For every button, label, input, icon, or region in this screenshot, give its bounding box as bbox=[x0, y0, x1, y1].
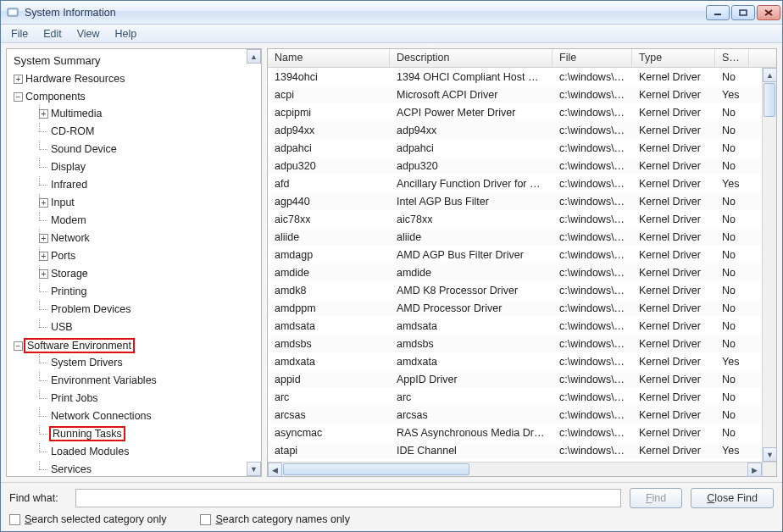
minimize-button[interactable] bbox=[706, 5, 730, 20]
cell-file: c:\windows\s... bbox=[553, 302, 632, 314]
menu-help[interactable]: Help bbox=[108, 26, 144, 42]
tree-sound-device[interactable]: Sound Device bbox=[39, 141, 259, 158]
tree-loaded-modules[interactable]: Loaded Modules bbox=[39, 443, 259, 461]
expand-icon[interactable] bbox=[39, 234, 48, 243]
table-row[interactable]: amdsbsamdsbsc:\windows\s...Kernel Driver… bbox=[268, 335, 776, 352]
cell-desc: AMD K8 Processor Driver bbox=[390, 285, 553, 296]
list-vertical-scrollbar[interactable]: ▲ ▼ bbox=[762, 68, 776, 462]
scroll-down-icon[interactable]: ▼ bbox=[763, 447, 777, 462]
column-type[interactable]: Type bbox=[632, 49, 715, 67]
tree-components[interactable]: Components Multimedia CD-ROM Sound Devic… bbox=[14, 88, 259, 337]
close-find-button[interactable]: Close Find bbox=[691, 488, 774, 508]
cell-file: c:\windows\s... bbox=[553, 338, 632, 350]
table-row[interactable]: asyncmacRAS Asynchronous Media Driverc:\… bbox=[268, 424, 776, 441]
tree-input[interactable]: Input bbox=[39, 194, 259, 212]
tree-services[interactable]: Services bbox=[39, 461, 259, 476]
tree-printing[interactable]: Printing bbox=[39, 283, 259, 301]
menu-file[interactable]: File bbox=[4, 26, 35, 42]
table-row[interactable]: amdppmAMD Processor Driverc:\windows\s..… bbox=[268, 299, 776, 317]
tree-multimedia[interactable]: Multimedia bbox=[39, 105, 259, 123]
scroll-right-icon[interactable]: ▶ bbox=[747, 463, 762, 477]
find-input[interactable] bbox=[75, 489, 621, 507]
scroll-left-icon[interactable]: ◀ bbox=[268, 463, 282, 477]
table-row[interactable]: 1394ohci1394 OHCI Compliant Host Co...c:… bbox=[268, 68, 776, 86]
tree-hardware-resources[interactable]: Hardware Resources bbox=[14, 70, 259, 88]
cell-start: No bbox=[715, 142, 749, 154]
tree-running-tasks[interactable]: Running Tasks bbox=[39, 425, 259, 443]
cell-desc: AMD Processor Driver bbox=[390, 302, 553, 314]
cell-type: Kernel Driver bbox=[632, 89, 715, 101]
table-row[interactable]: amdxataamdxatac:\windows\s...Kernel Driv… bbox=[268, 352, 776, 370]
title-bar[interactable]: System Information bbox=[1, 1, 782, 25]
tree-usb[interactable]: USB bbox=[39, 319, 259, 336]
table-row[interactable]: amdideamdidec:\windows\s...Kernel Driver… bbox=[268, 263, 776, 281]
menu-edit[interactable]: Edit bbox=[36, 26, 69, 42]
cell-desc: amdide bbox=[390, 267, 553, 279]
tree-software-environment[interactable]: Software Environment System Drivers Envi… bbox=[14, 337, 259, 476]
tree-modem[interactable]: Modem bbox=[39, 212, 259, 230]
column-name[interactable]: Name bbox=[268, 49, 390, 67]
table-row[interactable]: acpipmiACPI Power Meter Driverc:\windows… bbox=[268, 103, 776, 121]
maximize-button[interactable] bbox=[731, 5, 755, 20]
close-button[interactable] bbox=[757, 5, 780, 20]
table-row[interactable]: arcsasarcsasc:\windows\s...Kernel Driver… bbox=[268, 406, 776, 424]
list-header: Name Description File Type Start bbox=[268, 49, 776, 68]
cell-desc: amdsata bbox=[390, 320, 553, 332]
table-row[interactable]: acpiMicrosoft ACPI Driverc:\windows\s...… bbox=[268, 86, 776, 103]
table-row[interactable]: amdsataamdsatac:\windows\s...Kernel Driv… bbox=[268, 317, 776, 335]
column-description[interactable]: Description bbox=[390, 49, 553, 67]
table-row[interactable]: agp440Intel AGP Bus Filterc:\windows\s..… bbox=[268, 192, 776, 210]
app-icon bbox=[6, 6, 19, 19]
expand-icon[interactable] bbox=[39, 198, 48, 208]
cell-start: No bbox=[715, 160, 749, 172]
search-category-names-checkbox[interactable]: Search category names only bbox=[200, 513, 349, 525]
table-row[interactable]: amdk8AMD K8 Processor Driverc:\windows\s… bbox=[268, 281, 776, 299]
tree-problem-devices[interactable]: Problem Devices bbox=[39, 301, 259, 319]
list-pane: Name Description File Type Start 1394ohc… bbox=[267, 48, 777, 477]
list-body[interactable]: 1394ohci1394 OHCI Compliant Host Co...c:… bbox=[268, 68, 776, 476]
collapse-icon[interactable] bbox=[14, 92, 23, 102]
expand-icon[interactable] bbox=[39, 109, 48, 119]
collapse-icon[interactable] bbox=[14, 341, 23, 351]
cell-desc: Intel AGP Bus Filter bbox=[390, 196, 553, 208]
search-selected-category-checkbox[interactable]: Search selected category only bbox=[9, 513, 166, 525]
list-horizontal-scrollbar[interactable]: ◀ ▶ bbox=[268, 462, 762, 476]
table-row[interactable]: atapiIDE Channelc:\windows\s...Kernel Dr… bbox=[268, 441, 776, 459]
scroll-up-icon[interactable]: ▲ bbox=[763, 68, 777, 82]
tree-env-vars[interactable]: Environment Variables bbox=[39, 372, 259, 390]
table-row[interactable]: adp94xxadp94xxc:\windows\s...Kernel Driv… bbox=[268, 121, 776, 139]
cell-type: Kernel Driver bbox=[632, 249, 715, 261]
scroll-thumb[interactable] bbox=[283, 463, 469, 475]
tree-cdrom[interactable]: CD-ROM bbox=[39, 123, 259, 141]
cell-file: c:\windows\s... bbox=[553, 249, 632, 261]
table-row[interactable]: aliidealiidec:\windows\s...Kernel Driver… bbox=[268, 228, 776, 246]
expand-icon[interactable] bbox=[39, 252, 48, 261]
tree-system-drivers[interactable]: System Drivers bbox=[39, 354, 259, 372]
tree-network[interactable]: Network bbox=[39, 230, 259, 247]
column-file[interactable]: File bbox=[553, 49, 632, 67]
tree-infrared[interactable]: Infrared bbox=[39, 176, 259, 194]
column-started[interactable]: Start bbox=[715, 49, 749, 67]
table-row[interactable]: adpahciadpahcic:\windows\s...Kernel Driv… bbox=[268, 139, 776, 157]
table-row[interactable]: appidAppID Driverc:\windows\s...Kernel D… bbox=[268, 370, 776, 388]
cell-name: asyncmac bbox=[268, 427, 390, 439]
table-row[interactable]: arcarcc:\windows\s...Kernel DriverNo bbox=[268, 388, 776, 406]
find-button[interactable]: Find bbox=[630, 488, 682, 508]
expand-icon[interactable] bbox=[39, 269, 48, 279]
table-row[interactable]: aic78xxaic78xxc:\windows\s...Kernel Driv… bbox=[268, 210, 776, 228]
table-row[interactable]: adpu320adpu320c:\windows\s...Kernel Driv… bbox=[268, 157, 776, 175]
tree-storage[interactable]: Storage bbox=[39, 265, 259, 283]
tree-scroll-up[interactable]: ▲ bbox=[247, 49, 261, 64]
tree-display[interactable]: Display bbox=[39, 158, 259, 176]
tree-root[interactable]: System Summary bbox=[12, 53, 259, 70]
tree-print-jobs[interactable]: Print Jobs bbox=[39, 390, 259, 407]
cell-name: amdagp bbox=[268, 249, 390, 261]
scroll-thumb[interactable] bbox=[764, 83, 775, 117]
cell-type: Kernel Driver bbox=[632, 409, 715, 421]
table-row[interactable]: afdAncillary Function Driver for Wi...c:… bbox=[268, 175, 776, 192]
tree-network-connections[interactable]: Network Connections bbox=[39, 407, 259, 425]
expand-icon[interactable] bbox=[14, 75, 23, 84]
menu-view[interactable]: View bbox=[70, 26, 107, 42]
tree-ports[interactable]: Ports bbox=[39, 247, 259, 265]
table-row[interactable]: amdagpAMD AGP Bus Filter Driverc:\window… bbox=[268, 246, 776, 263]
